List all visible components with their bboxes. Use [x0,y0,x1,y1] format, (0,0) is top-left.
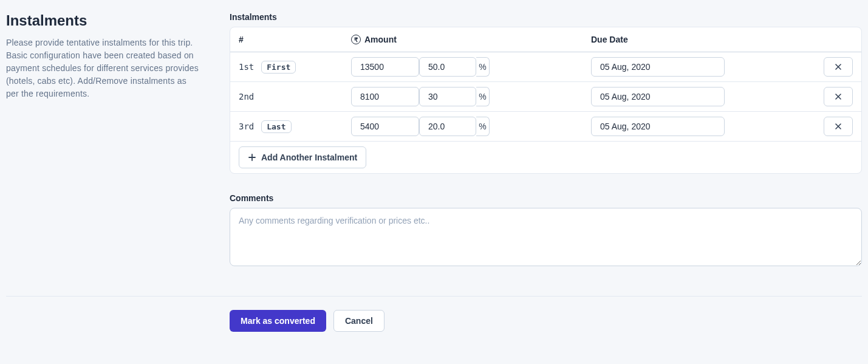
row-badge-first: First [261,61,296,74]
cancel-button[interactable]: Cancel [333,310,384,332]
add-instalment-label: Add Another Instalment [261,153,357,162]
header-due-date: Due Date [591,35,807,44]
rupee-icon: ₹ [351,35,361,44]
divider [6,296,862,297]
remove-row-button[interactable] [824,117,853,136]
comments-textarea[interactable] [230,208,862,266]
percent-input[interactable] [419,87,476,106]
table-row: 1st First % [230,52,861,82]
percent-input[interactable] [419,57,476,77]
due-date-input[interactable] [591,87,725,106]
page-description: Please provide tentative instalments for… [6,36,200,100]
close-icon [834,122,842,131]
remove-row-button[interactable] [824,87,853,106]
close-icon [834,92,842,101]
percent-suffix: % [476,57,490,77]
header-number: # [239,35,351,44]
remove-row-button[interactable] [824,57,853,77]
page-title: Instalments [6,12,200,29]
amount-input[interactable] [351,87,419,106]
row-badge-last: Last [261,120,291,133]
row-ordinal: 3rd [239,122,254,131]
instalments-table: # ₹ Amount Due Date 1st First [230,27,862,174]
table-header: # ₹ Amount Due Date [230,27,861,52]
percent-suffix: % [476,87,490,106]
amount-input[interactable] [351,117,419,136]
instalments-label: Instalments [230,12,862,22]
percent-input[interactable] [419,117,476,136]
header-amount-label: Amount [364,35,397,44]
due-date-input[interactable] [591,57,725,77]
close-icon [834,63,842,71]
amount-input[interactable] [351,57,419,77]
plus-icon [248,153,256,162]
percent-suffix: % [476,117,490,136]
mark-converted-button[interactable]: Mark as converted [230,310,326,332]
table-row: 3rd Last % [230,112,861,142]
comments-label: Comments [230,193,862,203]
add-instalment-button[interactable]: Add Another Instalment [239,146,366,168]
due-date-input[interactable] [591,117,725,136]
row-ordinal: 2nd [239,92,254,101]
row-ordinal: 1st [239,62,254,72]
header-amount: ₹ Amount [351,35,591,44]
table-row: 2nd % [230,82,861,112]
